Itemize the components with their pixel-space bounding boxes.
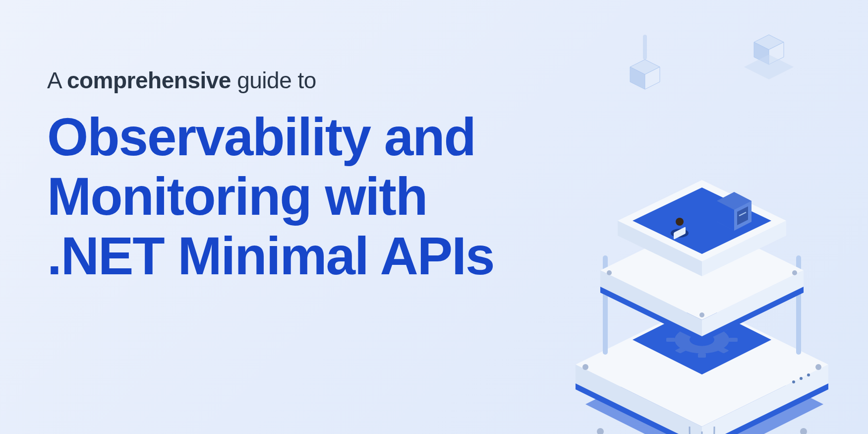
svg-point-28	[597, 428, 604, 434]
subtitle-suffix: guide to	[231, 67, 316, 93]
svg-point-1	[792, 380, 795, 383]
title-line-2: Monitoring with	[47, 167, 427, 226]
svg-point-4	[582, 364, 588, 370]
svg-point-29	[800, 428, 807, 434]
svg-rect-11	[729, 338, 738, 342]
title-line-1: Observability and	[47, 107, 475, 167]
svg-rect-10	[666, 338, 675, 342]
server-stack-illustration	[536, 87, 858, 434]
hero-content: A comprehensive guide to Observability a…	[47, 67, 494, 286]
svg-rect-9	[698, 353, 706, 358]
main-title: Observability and Monitoring with .NET M…	[47, 108, 494, 286]
svg-point-23	[676, 218, 684, 226]
svg-point-5	[815, 364, 821, 370]
subtitle-bold: comprehensive	[67, 67, 231, 93]
svg-point-21	[699, 312, 704, 317]
svg-point-20	[792, 270, 797, 275]
svg-point-2	[800, 377, 803, 380]
title-line-3: .NET Minimal APIs	[47, 226, 494, 286]
subtitle: A comprehensive guide to	[47, 67, 494, 94]
svg-point-19	[607, 270, 612, 275]
svg-rect-0	[643, 35, 647, 60]
subtitle-prefix: A	[47, 67, 67, 93]
svg-point-3	[807, 373, 810, 376]
